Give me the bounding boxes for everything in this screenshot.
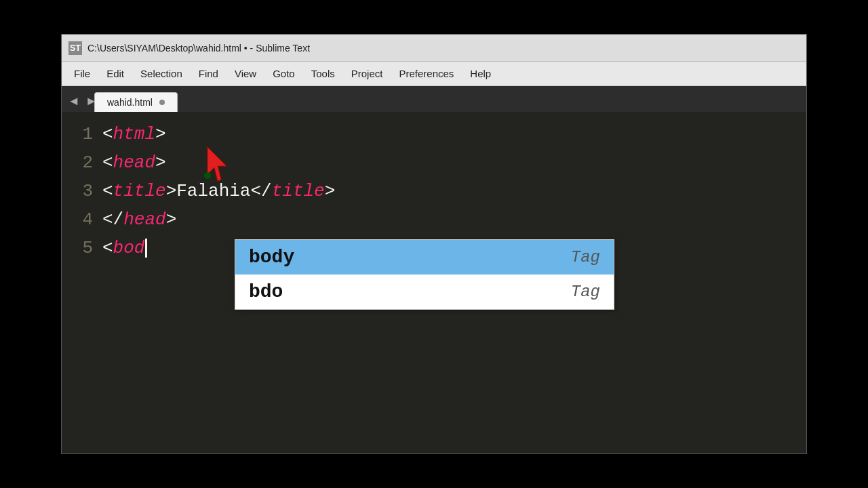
nav-forward[interactable]: ► (83, 95, 100, 107)
menu-file[interactable]: File (66, 65, 98, 82)
window-title: C:\Users\SIYAM\Desktop\wahid.html • - Su… (87, 43, 310, 54)
autocomplete-type-bdo: Tag (571, 283, 600, 301)
line-number-5: 5 (82, 234, 93, 262)
menu-bar: File Edit Selection Find View Goto Tools… (62, 62, 806, 86)
autocomplete-item-body[interactable]: body Tag (235, 240, 614, 274)
menu-tools[interactable]: Tools (303, 65, 343, 82)
tab-unsaved-dot (159, 100, 165, 105)
tab-wahid-html[interactable]: wahid.html (94, 92, 178, 112)
title-bar: ST C:\Users\SIYAM\Desktop\wahid.html • -… (62, 35, 806, 62)
menu-find[interactable]: Find (191, 65, 226, 82)
code-line-3: <title>Falahia</title> (102, 177, 806, 205)
line-number-4: 4 (82, 205, 93, 234)
app-icon: ST (68, 41, 82, 55)
tab-bar: ◄ ► wahid.html (62, 86, 806, 112)
autocomplete-item-bdo[interactable]: bdo Tag (235, 274, 614, 309)
editor-area[interactable]: 1 2 3 4 5 <html> <head> <title>Falahia</… (62, 112, 806, 453)
autocomplete-dropdown[interactable]: body Tag bdo Tag (235, 239, 614, 310)
menu-edit[interactable]: Edit (98, 65, 132, 82)
sublime-text-window: ST C:\Users\SIYAM\Desktop\wahid.html • -… (61, 34, 807, 454)
line-numbers: 1 2 3 4 5 (62, 112, 102, 453)
menu-preferences[interactable]: Preferences (391, 65, 462, 82)
autocomplete-word-bdo: bdo (249, 281, 283, 302)
code-line-1: <html> (102, 120, 806, 148)
autocomplete-word-body: body (249, 247, 294, 268)
line-number-1: 1 (82, 120, 93, 148)
menu-selection[interactable]: Selection (132, 65, 191, 82)
code-area[interactable]: <html> <head> <title>Falahia</title> </h… (102, 112, 806, 453)
code-line-4: </head> (102, 205, 806, 234)
menu-help[interactable]: Help (462, 65, 499, 82)
menu-view[interactable]: View (226, 65, 264, 82)
line-number-3: 3 (82, 177, 93, 205)
autocomplete-type-body: Tag (571, 248, 600, 266)
menu-goto[interactable]: Goto (264, 65, 303, 82)
line-number-2: 2 (82, 148, 93, 177)
tab-label: wahid.html (107, 97, 153, 108)
menu-project[interactable]: Project (343, 65, 391, 82)
nav-back[interactable]: ◄ (66, 95, 82, 107)
nav-arrows: ◄ ► (66, 95, 100, 107)
code-line-2: <head> (102, 148, 806, 177)
